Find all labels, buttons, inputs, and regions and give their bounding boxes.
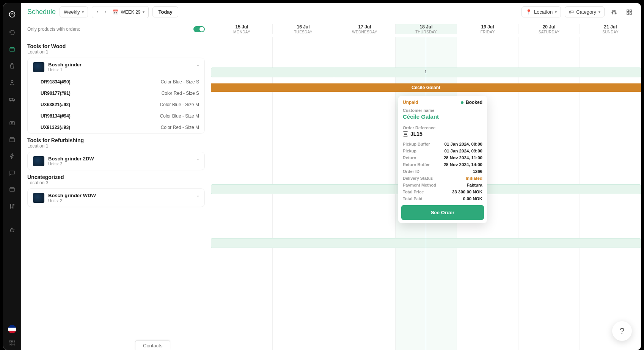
day-column-header[interactable]: 21 JulSUNDAY [580, 24, 641, 34]
nav-bolt-icon[interactable] [6, 150, 18, 162]
nav-sliders-icon[interactable] [6, 200, 18, 212]
group-location: Location 3 [27, 180, 205, 185]
day-date: 18 Jul [419, 24, 432, 30]
tag-icon: 🏷 [569, 9, 574, 15]
category-label: Category [576, 9, 596, 15]
order-ref-value: JL15 [410, 131, 423, 137]
day-name: TUESDAY [294, 30, 313, 34]
nav-bag-icon[interactable] [6, 60, 18, 72]
nav-schedule-icon[interactable] [6, 43, 18, 55]
popup-row: Pickup Buffer 01 Jan 2024, 08:00 [398, 141, 487, 148]
svg-rect-17 [627, 13, 629, 14]
view-mode-label: Weekly [64, 9, 80, 15]
day-name: THURSDAY [415, 30, 437, 34]
variant-attr: Color Blue - Size M [160, 113, 199, 119]
svg-rect-3 [9, 98, 13, 100]
popup-row-value: 01 Jan 2024, 08:00 [445, 142, 482, 146]
popup-row: Pickup 01 Jan 2024, 09:00 [398, 148, 487, 154]
day-column-header[interactable]: 18 JulTHURSDAY [395, 24, 457, 34]
day-name: WEDNESDAY [352, 30, 377, 34]
calendar-icon: 📅 [113, 9, 118, 15]
chevron-down-icon: ▾ [598, 10, 600, 14]
svg-point-5 [13, 100, 14, 101]
status-badge: Booked [461, 100, 482, 105]
svg-point-7 [11, 122, 13, 124]
grid-view-button[interactable] [624, 6, 635, 18]
variant-row[interactable]: UR98134(#94) Color Blue - Size M [28, 110, 204, 122]
contacts-tab[interactable]: Contacts [135, 340, 170, 350]
product-card: Bosch grinder WDW Units: 2 ˅ [27, 188, 205, 207]
popup-row-key: Payment Method [403, 183, 436, 187]
only-products-label: Only products with orders: [27, 27, 80, 32]
popup-row-key: Pickup Buffer [403, 142, 430, 146]
product-units: Units: 2 [48, 162, 94, 166]
variant-id: UR90177(#91) [41, 91, 71, 96]
day-column-header[interactable]: 16 JulTUESDAY [272, 24, 334, 34]
sidebar: DESIGN [3, 3, 21, 350]
day-column-header[interactable]: 17 JulWEDNESDAY [334, 24, 395, 34]
main: Schedule Weekly ▾ ‹ › 📅 WEEK 29 ▾ Today … [21, 3, 641, 350]
week-picker[interactable]: 📅 WEEK 29 ▾ [110, 9, 148, 15]
popup-row-key: Order ID [403, 169, 419, 174]
chevron-down-icon: ▾ [82, 10, 84, 14]
product-units: Units: 2 [48, 198, 96, 203]
category-filter[interactable]: 🏷 Category ▾ [565, 6, 605, 17]
product-thumb [33, 62, 44, 72]
day-date: 20 Jul [542, 24, 555, 30]
nav-user-icon[interactable] [6, 77, 18, 89]
day-name: SUNDAY [602, 30, 619, 34]
product-card-header[interactable]: Bosch grinder WDW Units: 2 ˅ [28, 189, 204, 207]
variant-row[interactable]: UX91323(#93) Color Red - Size M [28, 122, 204, 133]
nav-window-icon[interactable] [6, 184, 18, 196]
product-card-header[interactable]: Bosch grinder 2DW Units: 2 ˅ [28, 152, 204, 170]
variant-row[interactable]: UX63821(#92) Color Blue - Size M [28, 99, 204, 110]
variant-attr: Color Blue - Size S [161, 79, 199, 85]
product-card: Bosch grinder 2DW Units: 2 ˅ [27, 152, 205, 170]
variant-attr: Color Red - Size M [161, 125, 199, 130]
only-products-toggle[interactable] [193, 26, 205, 32]
nav-basket-icon[interactable] [6, 224, 18, 236]
order-popup: Unpaid Booked Customer name Cécile Galan… [398, 96, 487, 223]
language-flag-icon[interactable] [8, 325, 16, 333]
variant-attr: Color Blue - Size M [160, 102, 199, 107]
see-order-button[interactable]: See Order [401, 205, 484, 220]
product-card-header[interactable]: Bosch grinder Units: 1 ˄ [28, 58, 204, 76]
today-button[interactable]: Today [152, 6, 178, 17]
nav-shop-icon[interactable] [6, 133, 18, 146]
popup-row: Return 28 Nov 2024, 11:00 [398, 154, 487, 161]
popup-row-value: Initiated [466, 176, 482, 180]
logo-icon[interactable] [6, 8, 18, 20]
day-column-header[interactable]: 20 JulSATURDAY [518, 24, 580, 34]
help-button[interactable]: ? [612, 321, 632, 341]
nav-camera-icon[interactable] [6, 117, 18, 129]
product-thumb [33, 156, 44, 166]
nav-truck-icon[interactable] [6, 93, 18, 105]
filter-settings-button[interactable] [608, 6, 620, 18]
prev-week-button[interactable]: ‹ [93, 7, 101, 17]
day-column-header[interactable]: 19 JulFRIDAY [457, 24, 518, 34]
nav-chat-icon[interactable] [6, 167, 18, 179]
week-navigator: ‹ › 📅 WEEK 29 ▾ [92, 6, 149, 18]
variant-row[interactable]: UR90177(#91) Color Red - Size S [28, 88, 204, 99]
view-mode-dropdown[interactable]: Weekly ▾ [60, 6, 88, 17]
variant-row[interactable]: DR91834(#90) Color Blue - Size S [28, 76, 204, 88]
svg-point-2 [11, 80, 13, 82]
day-name: MONDAY [233, 30, 250, 34]
popup-row: Total Paid 0.00 NOK [398, 195, 487, 202]
popup-row-value: 0.00 NOK [463, 196, 482, 201]
product-name: Bosch grinder 2DW [48, 156, 94, 162]
order-ref-label: Order Reference [403, 126, 482, 130]
product-card: Bosch grinder Units: 1 ˄ DR91834(#90) Co… [27, 58, 205, 133]
popup-row-key: Delivery Status [403, 176, 433, 180]
location-filter[interactable]: 📍 Location ▾ [521, 6, 561, 17]
svg-rect-8 [10, 188, 14, 192]
day-column-header[interactable]: 15 JulMONDAY [211, 24, 272, 34]
customer-name-link[interactable]: Cécile Galant [403, 113, 439, 120]
customer-name-label: Customer name [403, 108, 482, 113]
payment-badge: Unpaid [403, 100, 418, 105]
popup-row: Payment Method Faktura [398, 182, 487, 188]
next-week-button[interactable]: › [101, 7, 110, 17]
chevron-down-icon: ˅ [197, 159, 199, 164]
group-title: Tools for Wood [27, 43, 205, 49]
nav-refresh-icon[interactable] [6, 27, 18, 39]
